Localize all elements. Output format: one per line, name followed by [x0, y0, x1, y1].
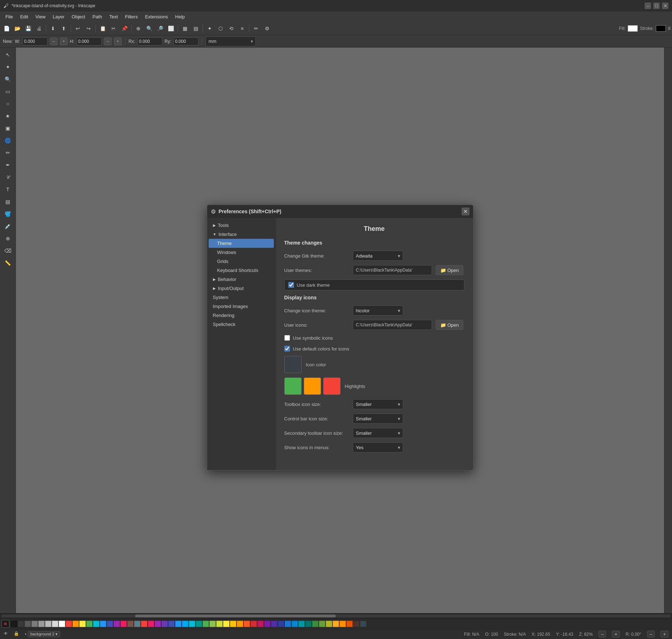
- menu-layer[interactable]: Layer: [49, 13, 68, 21]
- menu-text[interactable]: Text: [106, 13, 121, 21]
- palette-swatch[interactable]: [134, 621, 141, 627]
- paste-button[interactable]: 📌: [119, 23, 129, 33]
- sidebar-item-system[interactable]: System: [209, 293, 274, 302]
- user-themes-open-button[interactable]: 📁 Open: [436, 265, 464, 275]
- palette-swatch[interactable]: [278, 621, 284, 627]
- measure-tool[interactable]: 📏: [2, 257, 14, 269]
- palette-swatch[interactable]: [223, 621, 230, 627]
- palette-swatch[interactable]: [59, 621, 65, 627]
- palette-swatch[interactable]: [93, 621, 99, 627]
- palette-swatch[interactable]: [196, 621, 202, 627]
- palette-swatch[interactable]: [120, 621, 127, 627]
- export-button[interactable]: ⬆: [59, 23, 69, 33]
- default-colors-checkbox[interactable]: [284, 346, 290, 352]
- palette-swatch[interactable]: [161, 621, 168, 627]
- spiral-tool[interactable]: 🌀: [2, 135, 14, 146]
- symbolic-icons-checkbox[interactable]: [284, 335, 290, 341]
- settings-button[interactable]: ⚙: [262, 23, 272, 33]
- zoom-out-status-btn[interactable]: –: [598, 631, 606, 638]
- show-icons-menus-select[interactable]: Yes No: [353, 442, 403, 452]
- palette-swatch[interactable]: [333, 621, 339, 627]
- horizontal-scrollbar[interactable]: [0, 613, 672, 618]
- palette-swatch[interactable]: [264, 621, 271, 627]
- width-plus[interactable]: +: [60, 37, 68, 45]
- width-input[interactable]: [22, 37, 48, 45]
- no-color-swatch[interactable]: ✕: [1, 620, 9, 628]
- dark-theme-checkbox[interactable]: [288, 282, 294, 288]
- palette-swatch[interactable]: [244, 621, 250, 627]
- toolbox-size-select[interactable]: Smaller Small Normal Large: [353, 399, 403, 409]
- palette-swatch[interactable]: [86, 621, 93, 627]
- sidebar-item-spellcheck[interactable]: Spellcheck: [209, 320, 274, 329]
- palette-swatch[interactable]: [127, 621, 134, 627]
- ungroup-button[interactable]: ▤: [191, 23, 201, 33]
- unit-selector[interactable]: mm px in: [205, 36, 256, 46]
- pencil-tool[interactable]: ✏: [2, 147, 14, 158]
- sidebar-item-tools[interactable]: ▶ Tools: [209, 221, 274, 230]
- secondary-toolbar-size-select[interactable]: Smaller Small Normal Large: [353, 428, 403, 438]
- zoom-in-status-btn[interactable]: +: [612, 631, 620, 638]
- fill-tool[interactable]: 🪣: [2, 208, 14, 220]
- calligraphy-tool[interactable]: 𝒞: [2, 171, 14, 183]
- palette-swatch[interactable]: [175, 621, 182, 627]
- sidebar-item-behavior[interactable]: ▶ Behavior: [209, 275, 274, 284]
- pencil-button[interactable]: ✏: [251, 23, 261, 33]
- minimize-button[interactable]: –: [645, 3, 651, 9]
- palette-swatch[interactable]: [292, 621, 298, 627]
- palette-swatch[interactable]: [52, 621, 58, 627]
- palette-swatch[interactable]: [141, 621, 147, 627]
- scrollbar-track[interactable]: [1, 615, 671, 617]
- dialog-close-button[interactable]: ✕: [462, 207, 469, 215]
- height-plus[interactable]: +: [114, 37, 122, 45]
- control-bar-size-select[interactable]: Smaller Small Normal Large: [353, 414, 403, 424]
- palette-swatch[interactable]: [114, 621, 120, 627]
- rect-tool[interactable]: ▭: [2, 86, 14, 97]
- node-button[interactable]: ✦: [205, 23, 215, 33]
- palette-swatch[interactable]: [182, 621, 188, 627]
- maximize-button[interactable]: ☐: [653, 3, 660, 9]
- 3d-box-tool[interactable]: ▣: [2, 122, 14, 134]
- pen-tool[interactable]: ✒: [2, 159, 14, 171]
- height-minus[interactable]: –: [104, 37, 112, 45]
- zoom-fit-button[interactable]: ⊕: [133, 23, 143, 33]
- palette-swatch[interactable]: [148, 621, 154, 627]
- sidebar-item-rendering[interactable]: Rendering: [209, 311, 274, 320]
- palette-swatch[interactable]: [305, 621, 312, 627]
- sidebar-item-input-output[interactable]: ▶ Input/Output: [209, 284, 274, 293]
- palette-swatch[interactable]: [285, 621, 291, 627]
- spray-tool[interactable]: ⊕: [2, 233, 14, 244]
- height-input[interactable]: [76, 37, 102, 45]
- palette-swatch[interactable]: [25, 621, 31, 627]
- zoom-in-button[interactable]: 🔍: [144, 23, 154, 33]
- rotation-plus-btn[interactable]: +: [660, 631, 668, 638]
- menu-file[interactable]: File: [2, 13, 17, 21]
- palette-swatch[interactable]: [79, 621, 86, 627]
- sidebar-item-windows[interactable]: Windows: [209, 248, 274, 257]
- palette-swatch[interactable]: [346, 621, 353, 627]
- palette-swatch[interactable]: [360, 621, 366, 627]
- palette-swatch[interactable]: [298, 621, 305, 627]
- scrollbar-thumb[interactable]: [135, 615, 336, 617]
- rotation-minus-btn[interactable]: –: [647, 631, 655, 638]
- menu-extensions[interactable]: Extensions: [141, 13, 172, 21]
- rx-input[interactable]: [137, 37, 163, 45]
- palette-swatch[interactable]: [319, 621, 325, 627]
- palette-swatch[interactable]: [216, 621, 223, 627]
- layer-selector[interactable]: background 2 ▾: [28, 631, 60, 637]
- palette-swatch[interactable]: [168, 621, 175, 627]
- palette-swatch[interactable]: [257, 621, 264, 627]
- icon-theme-select[interactable]: hicolor: [353, 305, 403, 316]
- text-tool[interactable]: T: [2, 184, 14, 195]
- menu-help[interactable]: Help: [172, 13, 188, 21]
- eye-icon[interactable]: 👁: [4, 631, 8, 637]
- cut-button[interactable]: ✂: [108, 23, 119, 33]
- undo-button[interactable]: ↩: [73, 23, 83, 33]
- palette-swatch[interactable]: [38, 621, 45, 627]
- palette-swatch[interactable]: [189, 621, 195, 627]
- eraser-tool[interactable]: ⌫: [2, 245, 14, 256]
- ry-input[interactable]: [173, 37, 199, 45]
- menu-path[interactable]: Path: [89, 13, 106, 21]
- node-tool[interactable]: ✦: [2, 61, 14, 73]
- copy-button[interactable]: 📋: [98, 23, 108, 33]
- highlight-orange-swatch[interactable]: [304, 377, 321, 395]
